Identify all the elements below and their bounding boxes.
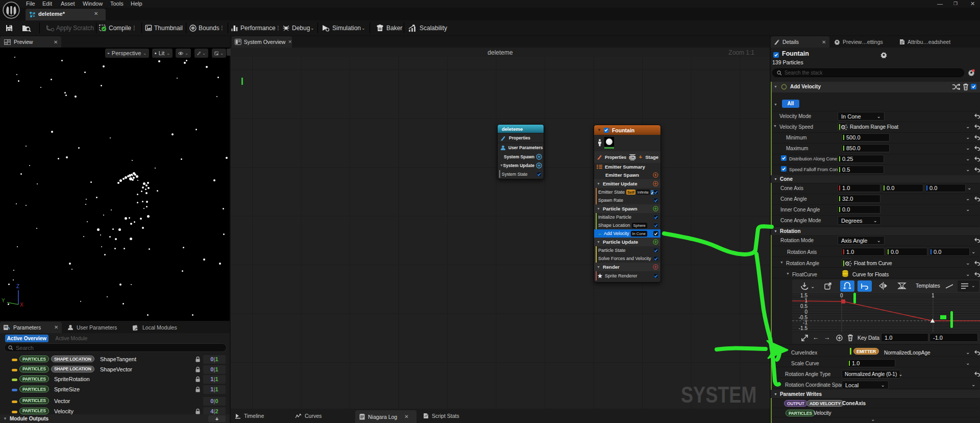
svg-text:CPU: CPU	[629, 156, 635, 159]
svg-text:Y: Y	[2, 298, 5, 303]
svg-text:X: X	[20, 302, 23, 308]
svg-text:Z: Z	[16, 284, 19, 289]
svg-text:1: 1	[192, 27, 193, 30]
